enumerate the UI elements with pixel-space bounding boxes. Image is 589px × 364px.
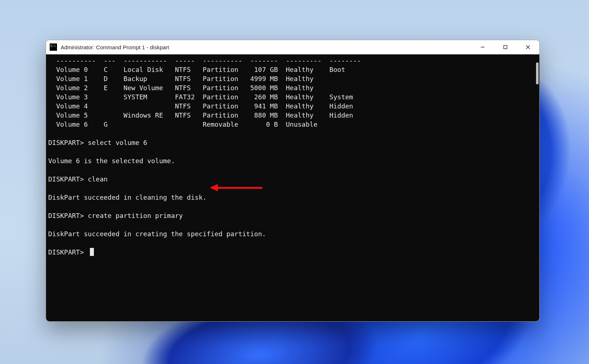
cmd-icon xyxy=(50,43,57,51)
window-controls xyxy=(471,40,539,54)
maximize-button[interactable] xyxy=(494,40,517,54)
scrollbar-thumb[interactable] xyxy=(536,62,539,84)
cursor xyxy=(90,248,94,256)
svg-rect-1 xyxy=(504,46,507,49)
terminal-text: ---------- --- ----------- ----- -------… xyxy=(48,56,538,257)
terminal-output[interactable]: ---------- --- ----------- ----- -------… xyxy=(46,54,539,322)
minimize-button[interactable] xyxy=(471,40,494,54)
desktop-background: Administrator: Command Prompt 1 - diskpa… xyxy=(0,0,589,364)
titlebar[interactable]: Administrator: Command Prompt 1 - diskpa… xyxy=(46,40,539,54)
close-button[interactable] xyxy=(517,40,539,54)
window-title: Administrator: Command Prompt 1 - diskpa… xyxy=(61,44,169,50)
command-prompt-window: Administrator: Command Prompt 1 - diskpa… xyxy=(46,40,540,322)
